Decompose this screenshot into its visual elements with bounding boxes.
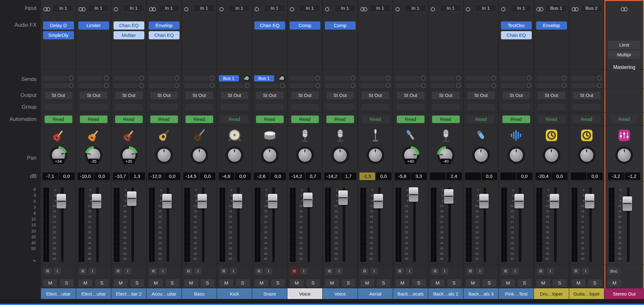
group-button[interactable] [186,104,213,110]
input-monitor-button[interactable]: I [476,268,484,275]
send-slot[interactable] [501,75,532,81]
group-button[interactable] [221,104,248,110]
automation-mode-button[interactable]: Read [256,116,284,123]
input-monitor-button[interactable]: I [265,268,272,275]
fx-plugin-button[interactable]: SmpleDly [43,31,74,39]
pan-knob[interactable] [191,146,208,164]
output-button[interactable]: St Out [326,92,354,99]
record-arm-button[interactable]: R [44,268,52,275]
mute-button[interactable]: M [501,279,515,287]
volume-value-display[interactable]: 0,0 [235,172,251,180]
pan-knob[interactable] [226,146,243,164]
fader-thumb[interactable] [623,196,632,211]
pan-knob[interactable] [578,146,596,164]
peak-level-display[interactable]: -14,2 [289,172,305,180]
fx-plugin-button[interactable]: Chan EQ [149,31,180,39]
stereo-format-icon[interactable] [360,7,368,12]
send-slot[interactable] [360,83,391,89]
output-button[interactable]: St Out [115,92,143,99]
output-button[interactable]: St Out [221,92,248,99]
output-button[interactable]: St Out [362,92,389,99]
mono-format-icon[interactable] [219,7,227,12]
send-slot[interactable] [395,83,426,89]
send-slot[interactable] [113,75,145,81]
group-button[interactable] [80,104,108,110]
output-button[interactable]: St Out [467,92,495,99]
peak-level-display[interactable] [465,172,481,180]
input-monitor-button[interactable]: I [582,268,589,275]
automation-mode-button[interactable]: Read [432,116,460,123]
bounce-button[interactable]: Bnc [608,268,620,275]
automation-mode-button[interactable]: Read [221,116,248,123]
peak-level-display[interactable]: -2,6 [254,172,269,180]
track-name[interactable]: Bass [182,288,217,299]
fx-plugin-button[interactable]: Delay D [43,21,74,30]
input-monitor-button[interactable]: I [370,268,378,275]
track-name[interactable]: Dru…loper [534,288,569,299]
send-slot[interactable] [536,83,567,89]
input-button[interactable]: In 1 [158,4,180,12]
record-arm-button[interactable]: R [537,268,545,275]
fader-thumb[interactable] [409,187,418,202]
fader-thumb[interactable] [303,193,313,207]
volume-value-display[interactable]: 1,7 [341,172,356,180]
group-button[interactable] [45,104,72,110]
input-monitor-button[interactable]: I [300,268,308,275]
solo-button[interactable]: S [130,279,144,287]
fader-thumb[interactable] [479,194,489,208]
mono-format-icon[interactable] [325,7,333,12]
mono-format-icon[interactable] [113,7,121,12]
automation-mode-button[interactable]: Read [150,116,178,123]
volume-value-display[interactable]: 0,0 [376,172,391,180]
send-slot[interactable] [430,83,462,89]
input-button[interactable]: In 1 [405,4,426,12]
send-slot[interactable] [43,83,74,89]
mute-button[interactable]: M [184,279,198,287]
send-level-knob[interactable] [279,75,285,81]
input-monitor-button[interactable]: I [441,268,448,275]
fx-plugin-button[interactable]: TestOsc [501,21,532,30]
fx-plugin-button[interactable]: Chan EQ [254,21,285,30]
record-arm-button[interactable]: R [150,268,157,275]
mute-button[interactable]: M [79,279,92,287]
solo-button[interactable]: S [412,279,426,287]
fx-plugin-button[interactable]: Chan EQ [501,31,532,39]
record-arm-button[interactable]: R [255,268,263,275]
input-monitor-button[interactable]: I [159,268,167,275]
mute-button[interactable]: M [466,279,480,287]
fx-plugin-button[interactable]: Chan EQ [114,21,144,30]
output-button[interactable]: St Out [186,92,213,99]
empty-fx-slot[interactable] [604,21,644,31]
send-slot[interactable]: Bus 1 [254,75,286,81]
solo-button[interactable]: S [341,279,355,287]
mute-button[interactable]: M [290,279,304,287]
mute-button[interactable]: M [608,279,621,287]
solo-button[interactable]: S [482,279,496,287]
mono-format-icon[interactable] [395,7,403,12]
fx-plugin-button[interactable]: Comp [290,21,320,30]
input-monitor-button[interactable]: I [547,268,554,275]
automation-mode-button[interactable]: Read [397,116,425,123]
send-bus-button[interactable]: Bus 1 [254,75,274,82]
fx-plugin-button[interactable]: Limit [608,41,641,49]
peak-level-display[interactable]: -12,0 [148,172,164,180]
input-button[interactable]: In 1 [88,4,109,12]
volume-value-display[interactable]: -1,2 [625,172,640,180]
solo-button[interactable]: S [201,279,214,287]
send-slot[interactable] [184,75,215,81]
group-button[interactable] [256,104,284,110]
send-slot[interactable] [536,75,567,81]
input-button[interactable]: In 1 [299,4,320,12]
input-monitor-button[interactable]: I [511,268,519,275]
volume-value-display[interactable]: 0,0 [270,172,286,180]
mono-format-icon[interactable] [465,7,474,12]
input-button[interactable]: Bus 2 [581,4,602,12]
input-button[interactable]: In 1 [440,4,461,12]
record-arm-button[interactable]: R [502,268,509,275]
output-button[interactable]: St Out [80,92,108,99]
mute-button[interactable]: M [431,279,445,287]
send-slot[interactable] [571,75,602,81]
group-button[interactable] [326,104,354,110]
record-arm-button[interactable]: R [572,268,580,275]
record-arm-button[interactable]: R [396,268,404,275]
